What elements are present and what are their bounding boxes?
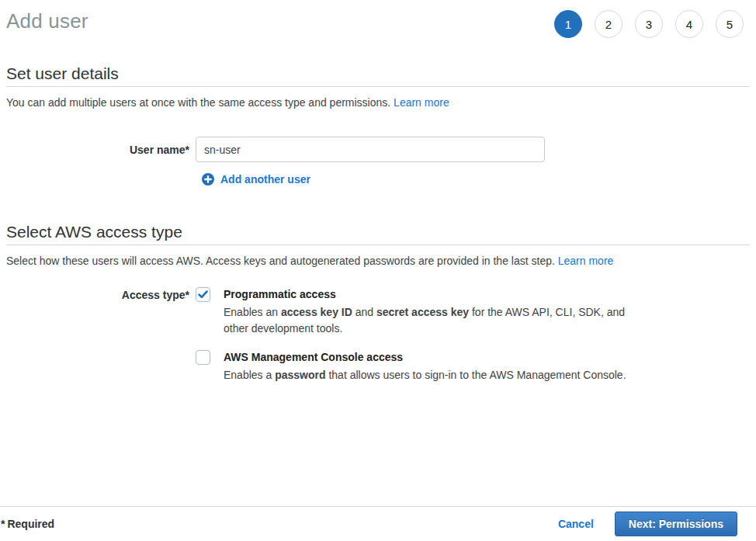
step-1: 1 [554, 10, 582, 38]
user-details-description: You can add multiple users at once with … [6, 96, 750, 109]
access-type-label: Access type* [6, 287, 189, 301]
programmatic-access-title: Programmatic access [224, 287, 629, 302]
access-type-options: Programmatic access Enables an access ke… [196, 287, 750, 397]
section-title-user-details: Set user details [6, 64, 750, 83]
wizard-footer: *Required Cancel Next: Permissions [0, 506, 756, 541]
required-label: Required [7, 518, 54, 530]
plus-icon [202, 173, 214, 186]
step-indicator: 1 2 3 4 5 [554, 10, 744, 38]
add-another-user-button[interactable]: Add another user [202, 173, 750, 186]
access-type-description-text: Select how these users will access AWS. … [6, 255, 555, 267]
main-content: Set user details You can add multiple us… [0, 64, 756, 397]
step-2: 2 [595, 10, 622, 38]
access-type-description: Select how these users will access AWS. … [6, 255, 750, 267]
step-4: 4 [675, 10, 703, 38]
console-access-checkbox[interactable] [196, 350, 210, 365]
page-title: Add user [6, 9, 88, 33]
console-access-option: AWS Management Console access Enables a … [196, 350, 750, 383]
programmatic-access-option: Programmatic access Enables an access ke… [196, 287, 750, 337]
footer-actions: Cancel Next: Permissions [558, 512, 737, 536]
step-5: 5 [716, 10, 744, 38]
section-title-access-type: Select AWS access type [6, 223, 750, 241]
programmatic-access-text: Programmatic access Enables an access ke… [224, 287, 629, 337]
checkmark-icon [198, 290, 208, 299]
access-type-row: Access type* Programmatic access Enables… [6, 287, 750, 397]
user-name-input[interactable] [196, 137, 545, 162]
add-another-user-label: Add another user [220, 173, 310, 186]
step-3: 3 [635, 10, 663, 38]
user-details-description-text: You can add multiple users at once with … [6, 96, 390, 109]
section-divider [6, 244, 750, 245]
programmatic-access-checkbox[interactable] [196, 287, 210, 302]
required-asterisk: * [1, 518, 5, 530]
console-access-title: AWS Management Console access [224, 350, 626, 365]
page-header: Add user 1 2 3 4 5 [0, 0, 756, 38]
console-access-text: AWS Management Console access Enables a … [224, 350, 626, 383]
next-permissions-button[interactable]: Next: Permissions [615, 512, 737, 536]
programmatic-access-desc: Enables an access key ID and secret acce… [224, 304, 629, 337]
required-note: *Required [6, 518, 54, 530]
user-name-label: User name* [6, 144, 189, 156]
console-access-desc: Enables a password that allows users to … [224, 367, 626, 383]
user-name-row: User name* [6, 137, 750, 162]
cancel-button[interactable]: Cancel [558, 518, 594, 530]
learn-more-link-access-type[interactable]: Learn more [558, 255, 614, 267]
section-divider [6, 86, 750, 87]
add-user-page: Add user 1 2 3 4 5 Set user details You … [0, 0, 756, 541]
learn-more-link-user-details[interactable]: Learn more [394, 96, 449, 109]
